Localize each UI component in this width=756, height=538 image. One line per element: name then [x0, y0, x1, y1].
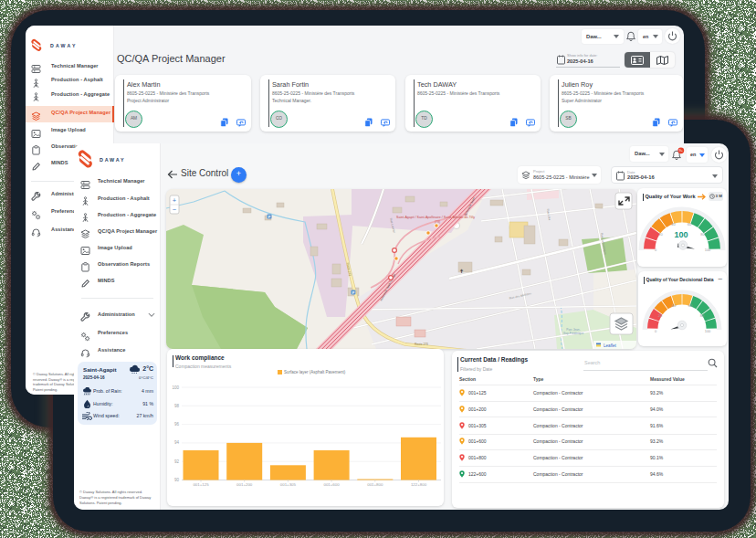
svg-text:−: −: [173, 206, 177, 214]
svg-text:+: +: [173, 196, 177, 205]
svg-text:P: P: [268, 216, 271, 219]
svg-text:80: 80: [700, 232, 705, 237]
svg-text:80: 80: [700, 313, 705, 318]
svg-text:90: 90: [174, 478, 180, 482]
svg-text:Saint-Agapit / Saint-Apollinai: Saint-Agapit / Saint-Apollinaire / Saint…: [396, 216, 475, 219]
svg-text:(73): (73): [435, 220, 440, 224]
svg-text:0: 0: [655, 329, 657, 333]
svg-text:40: 40: [672, 303, 677, 308]
svg-text:001+200: 001+200: [236, 482, 253, 487]
svg-text:60: 60: [688, 303, 693, 308]
svg-text:96: 96: [174, 422, 180, 427]
svg-text:001+125: 001+125: [193, 482, 209, 487]
svg-text:94: 94: [174, 440, 180, 445]
svg-text:Leaflet: Leaflet: [604, 343, 617, 348]
svg-text:P: P: [352, 291, 355, 295]
svg-text:001+600: 001+600: [323, 482, 340, 487]
svg-text:DAWAY: DAWAY: [50, 43, 78, 48]
svg-text:60: 60: [688, 222, 692, 227]
svg-text:92: 92: [174, 459, 180, 464]
svg-text:001+800: 001+800: [367, 482, 383, 487]
svg-text:100: 100: [674, 230, 688, 239]
svg-text:9+: 9+: [679, 149, 683, 153]
svg-text:DAWAY: DAWAY: [100, 157, 125, 163]
svg-text:20: 20: [658, 232, 663, 237]
svg-text:001+305: 001+305: [280, 482, 297, 487]
svg-text:40: 40: [671, 222, 676, 227]
svg-text:100: 100: [172, 385, 179, 390]
svg-text:20: 20: [658, 313, 663, 318]
svg-text:100: 100: [705, 248, 711, 252]
svg-text:122+800: 122+800: [411, 482, 427, 487]
svg-text:100: 100: [705, 329, 711, 333]
svg-text:✝: ✝: [459, 269, 464, 274]
svg-text:0: 0: [655, 248, 657, 252]
svg-text:Route 273: Route 273: [415, 343, 428, 346]
svg-text:Guy-Frédérique: Guy-Frédérique: [563, 332, 584, 335]
svg-text:98: 98: [174, 404, 180, 408]
